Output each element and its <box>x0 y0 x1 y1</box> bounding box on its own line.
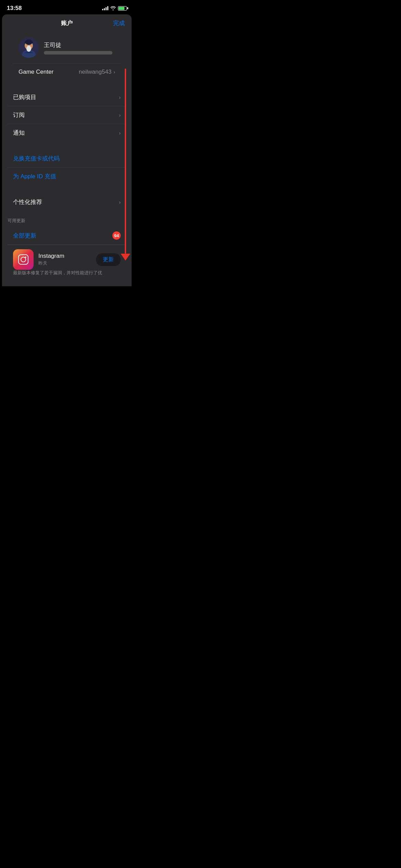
update-all-row[interactable]: 全部更新 94 <box>8 227 126 245</box>
chevron-icon: › <box>119 95 121 100</box>
purchased-item[interactable]: 已购项目 › <box>8 88 126 106</box>
profile-info: 王司徒 <box>44 41 115 55</box>
menu-section-3: 个性化推荐 › <box>8 193 126 211</box>
app-name: Instagram <box>38 253 91 260</box>
instagram-icon <box>13 249 34 270</box>
update-badge-row: 94 <box>110 231 121 240</box>
chevron-icon: › <box>119 200 121 205</box>
instagram-update-row[interactable]: Instagram 昨天 更新 <box>8 245 126 270</box>
chevron-icon: › <box>113 69 115 75</box>
recommendations-item[interactable]: 个性化推荐 › <box>8 193 126 211</box>
updates-section-label: 可用更新 <box>8 218 25 224</box>
app-description: 最新版本修复了若干漏洞，并对性能进行了优 <box>8 270 126 281</box>
instagram-camera-icon <box>18 254 28 265</box>
status-time: 13:58 <box>7 5 22 12</box>
app-date: 昨天 <box>38 260 91 266</box>
recommendations-label: 个性化推荐 <box>13 198 42 206</box>
menu-section-1: 已购项目 › 订阅 › 通知 › <box>8 88 126 142</box>
game-center-label: Game Center <box>19 69 53 75</box>
app-info: Instagram 昨天 <box>38 253 91 266</box>
page-title: 账户 <box>61 19 73 27</box>
wifi-icon <box>110 6 116 10</box>
subscriptions-label: 订阅 <box>13 111 25 119</box>
game-center-id: neilwang543 <box>79 69 111 75</box>
done-button[interactable]: 完成 <box>113 19 125 27</box>
redeem-label: 兑换充值卡或代码 <box>13 155 60 162</box>
update-all-label: 全部更新 <box>13 232 36 240</box>
signal-icon <box>102 6 108 10</box>
profile-card[interactable]: 王司徒 Game Center neilwang543 › <box>13 32 121 80</box>
chevron-icon: › <box>119 130 121 136</box>
battery-fill <box>119 7 124 10</box>
menu-section-2: 兑换充值卡或代码 为 Apple ID 充值 <box>8 150 126 185</box>
avatar-svg <box>19 37 39 58</box>
game-center-value: neilwang543 › <box>79 69 115 75</box>
subscriptions-item[interactable]: 订阅 › <box>8 106 126 124</box>
gap-1 <box>2 80 132 88</box>
game-center-row[interactable]: Game Center neilwang543 › <box>13 64 121 80</box>
gap-4 <box>2 211 132 218</box>
profile-header[interactable]: 王司徒 <box>13 32 121 64</box>
profile-email-bar <box>44 51 112 55</box>
gap-2 <box>2 142 132 150</box>
status-bar: 13:58 <box>0 0 134 14</box>
notifications-label: 通知 <box>13 129 25 137</box>
svg-rect-4 <box>25 41 33 44</box>
chevron-icon: › <box>119 112 121 118</box>
profile-name: 王司徒 <box>44 41 115 49</box>
redeem-item[interactable]: 兑换充值卡或代码 <box>8 150 126 168</box>
update-app-button[interactable]: 更新 <box>96 253 121 266</box>
svg-point-5 <box>26 46 31 52</box>
notifications-item[interactable]: 通知 › <box>8 124 126 142</box>
page-wrapper: 13:58 账户 完成 <box>0 0 134 293</box>
purchased-label: 已购项目 <box>13 93 36 101</box>
topup-label: 为 Apple ID 充值 <box>13 172 56 180</box>
gap-3 <box>2 185 132 193</box>
battery-icon <box>118 6 127 11</box>
topup-item[interactable]: 为 Apple ID 充值 <box>8 168 126 185</box>
update-count-badge: 94 <box>112 231 121 240</box>
status-icons <box>102 6 127 11</box>
avatar <box>19 37 39 58</box>
updates-card: 全部更新 94 Instagram 昨天 更新 <box>8 227 126 281</box>
